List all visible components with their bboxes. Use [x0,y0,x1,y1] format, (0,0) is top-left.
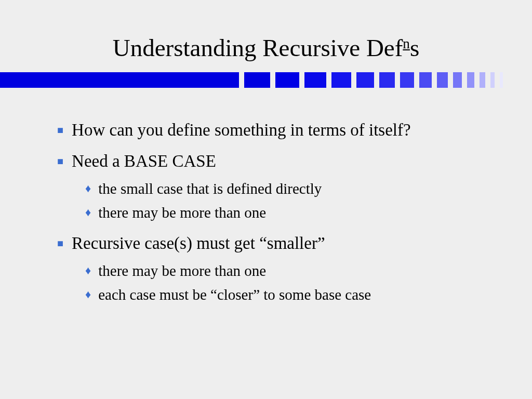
bullet-level-1: ■Need a BASE CASE [57,150,475,172]
divider-segment [379,72,395,88]
bullet-level-2: ♦each case must be “closer” to some base… [85,285,475,305]
bullet-text: Need a BASE CASE [72,150,216,172]
title-superscript: n [403,36,410,51]
title-prefix: Understanding Recursive Def [113,34,403,61]
divider-segment [400,72,414,88]
bullet-text: How can you define something in terms of… [72,119,411,141]
bullet-text: Recursive case(s) must get “smaller” [72,232,325,254]
diamond-bullet-icon: ♦ [85,264,91,277]
bullet-group: ■Recursive case(s) must get “smaller”♦th… [57,232,475,305]
sub-bullet-text: each case must be “closer” to some base … [98,285,371,305]
divider-segment [304,72,326,88]
divider-segment [500,72,503,88]
sub-bullet-text: the small case that is defined directly [98,179,322,199]
title-suffix: s [410,34,419,61]
bullet-level-2: ♦the small case that is defined directly [85,179,475,199]
divider-segment [453,72,462,88]
divider-segment [437,72,448,88]
diamond-bullet-icon: ♦ [85,182,91,195]
content-area: ■How can you define something in terms o… [0,88,532,304]
square-bullet-icon: ■ [57,237,63,249]
divider-segment [244,72,270,88]
divider-long-segment [0,72,239,88]
diamond-bullet-icon: ♦ [85,288,91,301]
sub-bullet-text: there may be more than one [98,261,266,281]
bullet-group: ■How can you define something in terms o… [57,119,475,141]
divider-segment [275,72,299,88]
sub-bullet-text: there may be more than one [98,203,266,223]
bullet-level-2: ♦there may be more than one [85,261,475,281]
divider-segment [467,72,474,88]
square-bullet-icon: ■ [57,155,63,167]
divider-segments [239,72,503,88]
bullet-level-1: ■How can you define something in terms o… [57,119,475,141]
divider-segment [356,72,374,88]
bullet-level-2: ♦there may be more than one [85,203,475,223]
slide: Understanding Recursive Defns ■How can y… [0,0,532,399]
bullet-group: ■Need a BASE CASE♦the small case that is… [57,150,475,223]
divider-segment [490,72,495,88]
slide-title: Understanding Recursive Defns [0,0,532,68]
square-bullet-icon: ■ [57,124,63,136]
divider-segment [331,72,351,88]
diamond-bullet-icon: ♦ [85,206,91,219]
bullet-level-1: ■Recursive case(s) must get “smaller” [57,232,475,254]
divider-segment [419,72,432,88]
divider-bar [0,72,532,88]
divider-segment [480,72,485,88]
